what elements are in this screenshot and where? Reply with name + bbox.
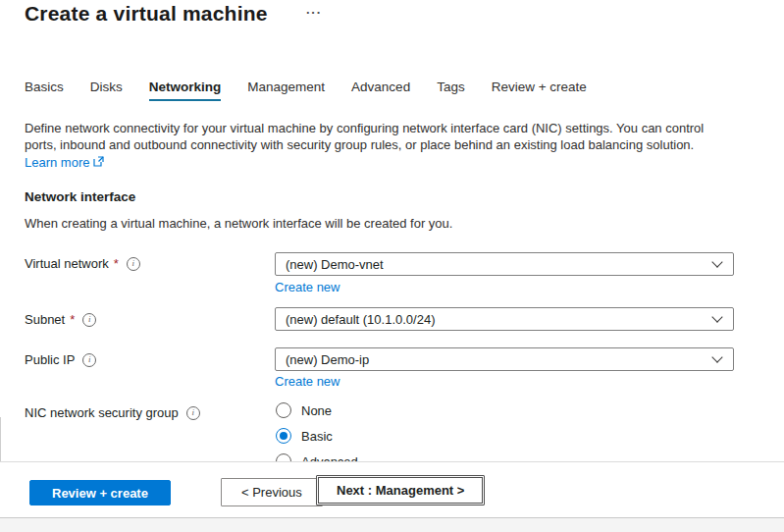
external-link-icon: [93, 155, 104, 170]
chevron-down-icon: [711, 256, 722, 267]
nsg-radio-none-label: None: [301, 403, 332, 418]
tab-review-create[interactable]: Review + create: [492, 80, 587, 101]
virtual-network-value: (new) Demo-vnet: [286, 257, 713, 272]
chevron-down-icon: [711, 311, 722, 322]
next-management-button[interactable]: Next : Management >: [316, 475, 485, 505]
nsg-radio-none[interactable]: None: [276, 401, 332, 419]
more-options-icon[interactable]: ···: [306, 1, 322, 25]
section-subtitle: When creating a virtual machine, a netwo…: [25, 216, 452, 231]
tab-advanced[interactable]: Advanced: [351, 80, 410, 101]
nsg-label: NIC network security group i: [25, 405, 200, 420]
previous-button[interactable]: < Previous: [221, 478, 323, 506]
tab-basics[interactable]: Basics: [25, 80, 64, 101]
chevron-down-icon: [711, 351, 722, 362]
nsg-radio-advanced-label: Advanced: [301, 454, 358, 462]
info-icon[interactable]: i: [186, 406, 200, 420]
required-asterisk: *: [114, 256, 119, 271]
radio-unchecked-icon: [276, 402, 291, 418]
info-icon[interactable]: i: [127, 257, 140, 271]
subnet-label: Subnet* i: [25, 312, 96, 327]
learn-more-label: Learn more: [25, 155, 89, 170]
nsg-label-text: NIC network security group: [25, 405, 179, 420]
virtual-network-label: Virtual network* i: [25, 256, 140, 271]
nsg-radio-basic[interactable]: Basic: [276, 427, 333, 445]
public-ip-create-new-link[interactable]: Create new: [275, 374, 340, 389]
wizard-footer: Review + create < Previous Next : Manage…: [0, 461, 784, 517]
tab-networking[interactable]: Networking: [149, 80, 222, 101]
required-asterisk: *: [70, 312, 75, 327]
panel-edge-divider: [0, 417, 1, 461]
virtual-network-select[interactable]: (new) Demo-vnet: [275, 252, 734, 276]
radio-unchecked-icon: [276, 453, 291, 461]
virtual-network-label-text: Virtual network: [25, 256, 109, 271]
info-icon[interactable]: i: [82, 353, 96, 367]
public-ip-select[interactable]: (new) Demo-ip: [275, 347, 734, 371]
tab-management[interactable]: Management: [247, 80, 325, 101]
radio-checked-icon: [276, 428, 291, 444]
section-title-network-interface: Network interface: [25, 189, 135, 204]
public-ip-value: (new) Demo-ip: [286, 352, 713, 367]
tab-tags[interactable]: Tags: [437, 80, 465, 101]
nsg-radio-advanced[interactable]: Advanced: [276, 452, 358, 461]
create-vm-page: Create a virtual machine ··· Basics Disk…: [0, 0, 784, 532]
wizard-tabs: Basics Disks Networking Management Advan…: [25, 80, 587, 101]
next-management-button-label: Next : Management >: [318, 477, 483, 504]
public-ip-label-text: Public IP: [25, 352, 75, 367]
networking-tab-content: Create a virtual machine ··· Basics Disk…: [0, 0, 784, 461]
tab-description: Define network connectivity for your vir…: [25, 120, 711, 153]
subnet-select[interactable]: (new) default (10.1.0.0/24): [275, 307, 734, 331]
page-title: Create a virtual machine: [25, 2, 268, 26]
review-create-button[interactable]: Review + create: [29, 480, 171, 505]
info-icon[interactable]: i: [82, 313, 96, 327]
subnet-label-text: Subnet: [25, 312, 65, 327]
public-ip-label: Public IP i: [25, 352, 96, 367]
subnet-value: (new) default (10.1.0.0/24): [286, 312, 713, 327]
virtual-network-create-new-link[interactable]: Create new: [275, 280, 340, 294]
taskbar-strip: [0, 517, 784, 532]
tab-disks[interactable]: Disks: [90, 80, 123, 101]
learn-more-link[interactable]: Learn more: [25, 155, 104, 170]
nsg-radio-basic-label: Basic: [301, 429, 333, 444]
